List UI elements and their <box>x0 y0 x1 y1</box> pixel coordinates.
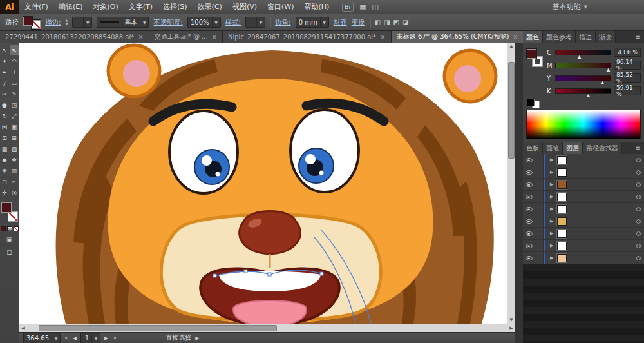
tab-pathfinder[interactable]: 路径查找器 <box>583 142 622 154</box>
slider-thumb[interactable] <box>578 55 582 59</box>
type-tool[interactable]: T <box>10 67 19 77</box>
visibility-toggle[interactable] <box>523 191 535 202</box>
corner-link[interactable]: 边角: <box>275 18 291 27</box>
pen-tool[interactable]: ✒ <box>0 67 9 77</box>
slice-tool[interactable]: ✂ <box>10 177 19 187</box>
lock-toggle[interactable] <box>535 154 544 166</box>
document-tab-active[interactable]: 未标题-67* @ 364.65% (CMYK/预览) × <box>392 31 524 43</box>
column-graph-tool[interactable]: ▥ <box>10 166 19 176</box>
layer-thumbnail[interactable] <box>557 217 567 226</box>
lock-toggle[interactable] <box>535 203 544 215</box>
target-icon[interactable] <box>636 170 641 175</box>
expand-icon[interactable]: ▶ <box>550 170 557 175</box>
stroke-weight-steppers[interactable]: ▲▼ <box>66 19 68 26</box>
align-bottom-icon[interactable]: ◪ <box>402 19 408 26</box>
selection-tool[interactable]: ↖ <box>0 45 9 55</box>
magic-wand-tool[interactable]: ✦ <box>0 56 9 66</box>
blob-brush-tool[interactable]: ● <box>0 100 9 110</box>
fill-color-swatch[interactable] <box>527 49 536 59</box>
drawing-mode-icon[interactable]: ▣ <box>6 236 12 244</box>
visibility-toggle[interactable] <box>523 203 535 215</box>
opacity-link[interactable]: 不透明度: <box>153 18 183 27</box>
next-artboard-icon[interactable]: ▶ <box>103 335 109 341</box>
horizontal-scroll-thumb[interactable] <box>39 325 277 331</box>
visibility-toggle[interactable] <box>523 179 535 190</box>
zoom-level-select[interactable]: 364.65 ▼ <box>23 333 61 343</box>
lock-toggle[interactable] <box>535 240 544 251</box>
menu-effect[interactable]: 效果(C) <box>193 0 227 14</box>
scroll-up-icon[interactable]: ▲ <box>507 43 515 50</box>
layer-row[interactable]: ▶ <box>523 215 644 228</box>
eraser-tool[interactable]: ◳ <box>10 100 19 110</box>
target-icon[interactable] <box>636 244 641 248</box>
prev-artboard-icon[interactable]: ◀ <box>71 335 78 341</box>
tab-color-guide[interactable]: 颜色参考 <box>543 31 576 43</box>
stroke-link[interactable]: 描边: <box>45 18 61 27</box>
layer-row[interactable]: ▶ <box>523 240 644 252</box>
magenta-value-field[interactable]: 96.14 % <box>614 61 641 70</box>
layer-thumbnail[interactable] <box>557 193 567 201</box>
layer-row[interactable]: ▶ <box>523 228 644 240</box>
perspective-grid-tool[interactable]: ⊞ <box>10 133 19 143</box>
pencil-tool[interactable]: ✎ <box>10 89 19 99</box>
stroke-swatch[interactable] <box>32 20 41 29</box>
layer-thumbnail[interactable] <box>557 181 567 189</box>
symbol-sprayer-tool[interactable]: ❋ <box>0 166 9 176</box>
close-icon[interactable]: × <box>212 34 217 41</box>
visibility-toggle[interactable] <box>523 228 535 239</box>
align-link[interactable]: 对齐 <box>334 18 347 27</box>
tab-swatches[interactable]: 色板 <box>523 142 543 154</box>
panel-menu-icon[interactable]: ≡ <box>632 31 644 43</box>
scroll-down-icon[interactable]: ▼ <box>507 316 515 324</box>
eyedropper-tool[interactable]: ◆ <box>0 155 9 165</box>
none-button[interactable] <box>14 226 19 231</box>
menu-help[interactable]: 帮助(H) <box>299 0 334 14</box>
visibility-toggle[interactable] <box>523 215 535 227</box>
transform-link[interactable]: 变换 <box>352 18 365 27</box>
close-icon[interactable]: × <box>513 34 518 41</box>
layer-thumbnail[interactable] <box>557 156 567 164</box>
visibility-toggle[interactable] <box>523 240 535 251</box>
target-icon[interactable] <box>636 182 641 187</box>
layer-thumbnail[interactable] <box>557 230 567 238</box>
expand-icon[interactable]: ▶ <box>550 194 557 199</box>
zoom-tool[interactable]: ◎ <box>10 188 19 198</box>
visibility-toggle[interactable] <box>523 154 535 166</box>
yellow-value-field[interactable]: 85.52 % <box>614 74 641 83</box>
document-tab-2[interactable]: 交通工具.ai* @ ... × <box>149 31 223 43</box>
fill-swatch[interactable] <box>23 17 32 26</box>
expand-icon[interactable]: ▶ <box>550 157 557 162</box>
rotate-tool[interactable]: ↻ <box>0 111 9 121</box>
layer-thumbnail[interactable] <box>557 242 567 250</box>
scroll-right-icon[interactable]: ▶ <box>507 324 515 332</box>
menu-window[interactable]: 窗口(W) <box>262 0 299 14</box>
brush-definition-select[interactable]: 基本 ▼ <box>97 17 149 28</box>
menu-file[interactable]: 文件(F) <box>19 0 53 14</box>
target-icon[interactable] <box>636 158 641 162</box>
scale-tool[interactable]: ⤢ <box>10 111 19 121</box>
tab-brushes[interactable]: 画笔 <box>543 142 563 154</box>
expand-icon[interactable]: ▶ <box>550 243 557 248</box>
style-link[interactable]: 样式: <box>225 18 242 27</box>
stroke-weight-select[interactable]: ▼ <box>72 17 92 28</box>
hand-tool[interactable]: ✛ <box>0 188 9 198</box>
lock-toggle[interactable] <box>535 252 544 264</box>
close-icon[interactable]: × <box>138 34 143 41</box>
workspace-switcher[interactable]: 基本功能 ▼ <box>553 2 587 12</box>
target-icon[interactable] <box>636 219 641 224</box>
gradient-tool[interactable]: ▨ <box>10 144 19 154</box>
menu-view[interactable]: 视图(V) <box>227 0 262 14</box>
line-segment-tool[interactable]: ∕ <box>0 78 9 88</box>
target-icon[interactable] <box>636 207 641 211</box>
menu-select[interactable]: 选择(S) <box>158 0 193 14</box>
align-center-icon[interactable]: ◨ <box>384 19 390 26</box>
lock-toggle[interactable] <box>535 191 544 202</box>
screen-mode-icon[interactable]: ◻ <box>6 248 12 256</box>
menu-type[interactable]: 文字(T) <box>124 0 158 14</box>
rectangle-tool[interactable]: ▭ <box>10 78 19 88</box>
bridge-icon[interactable]: Br <box>342 3 354 12</box>
artboard-tool[interactable]: ◻ <box>0 177 9 187</box>
layer-row[interactable]: ▶ <box>523 252 644 264</box>
layer-thumbnail[interactable] <box>557 254 567 262</box>
slider-thumb[interactable] <box>586 94 590 97</box>
